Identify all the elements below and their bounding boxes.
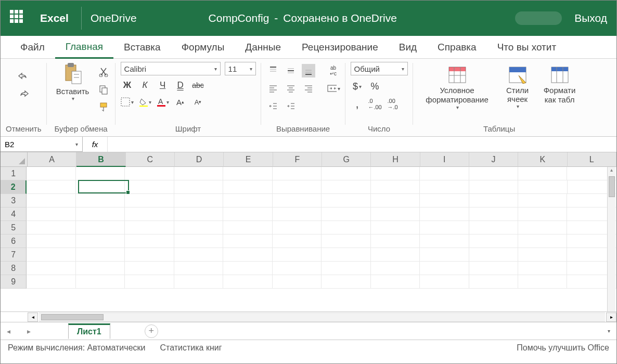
row-header[interactable]: 9 xyxy=(1,275,27,289)
increase-indent-button[interactable] xyxy=(284,99,298,113)
increase-font-button[interactable]: А▴ xyxy=(174,95,187,109)
sheet-tab[interactable]: Лист1 xyxy=(68,323,110,339)
redo-button[interactable] xyxy=(17,87,30,100)
cell[interactable] xyxy=(518,207,567,221)
tab-insert[interactable]: Вставка xyxy=(113,36,171,58)
conditional-formatting-button[interactable]: Условное форматирование▾ xyxy=(418,66,496,110)
comma-style-button[interactable]: , xyxy=(351,97,364,111)
cell[interactable] xyxy=(27,275,75,289)
row-header[interactable]: 5 xyxy=(1,221,27,235)
cell[interactable] xyxy=(76,207,125,221)
column-header[interactable]: G xyxy=(322,152,371,167)
cell[interactable] xyxy=(518,275,567,289)
chevron-down-icon[interactable]: ▾ xyxy=(608,328,610,334)
cell[interactable] xyxy=(371,167,420,180)
cell[interactable] xyxy=(469,167,518,180)
cell[interactable] xyxy=(420,275,469,289)
cell[interactable] xyxy=(371,180,420,194)
decrease-indent-button[interactable] xyxy=(266,99,280,113)
cell[interactable] xyxy=(174,194,223,207)
align-left-button[interactable] xyxy=(266,82,280,95)
name-box[interactable]: B2▾ xyxy=(1,137,83,152)
cell[interactable] xyxy=(223,221,272,235)
cell[interactable] xyxy=(223,167,272,180)
cell[interactable] xyxy=(322,207,370,221)
undo-button[interactable] xyxy=(17,69,30,83)
cell[interactable] xyxy=(223,235,272,248)
cell[interactable] xyxy=(76,221,125,235)
cell[interactable] xyxy=(76,248,125,262)
align-bottom-button[interactable] xyxy=(302,64,315,77)
cell[interactable] xyxy=(371,235,420,248)
cell[interactable] xyxy=(518,221,567,235)
cell[interactable] xyxy=(273,248,322,262)
column-header[interactable]: F xyxy=(273,152,322,167)
column-header[interactable]: H xyxy=(371,152,420,167)
row-header[interactable]: 7 xyxy=(1,248,27,262)
cell[interactable] xyxy=(469,221,518,235)
cell[interactable] xyxy=(371,262,420,275)
cell[interactable] xyxy=(76,275,125,289)
decrease-decimal-button[interactable]: .00→.0 xyxy=(386,97,400,111)
cell[interactable] xyxy=(518,194,567,207)
vertical-scrollbar[interactable]: ▴ xyxy=(607,167,615,311)
user-account[interactable] xyxy=(515,11,562,25)
scroll-left-icon[interactable]: ◂ xyxy=(28,313,38,322)
cell[interactable] xyxy=(273,235,322,248)
workbook-stats-button[interactable]: Статистика книг xyxy=(160,343,222,353)
cell[interactable] xyxy=(518,180,567,194)
cell[interactable] xyxy=(27,262,75,275)
column-header[interactable]: K xyxy=(518,152,567,167)
cell[interactable] xyxy=(420,248,469,262)
cell[interactable] xyxy=(469,207,518,221)
cell[interactable] xyxy=(469,275,518,289)
cell[interactable] xyxy=(273,207,322,221)
cell[interactable] xyxy=(420,207,469,221)
tab-data[interactable]: Данные xyxy=(235,36,291,58)
cell[interactable] xyxy=(371,248,420,262)
cell[interactable] xyxy=(76,262,125,275)
cell[interactable] xyxy=(469,262,518,275)
wrap-text-button[interactable]: ab↵c xyxy=(327,64,340,77)
tab-review[interactable]: Рецензирование xyxy=(291,36,389,58)
cell[interactable] xyxy=(223,248,272,262)
calc-mode-status[interactable]: Режим вычисления: Автоматически xyxy=(8,343,145,353)
cell[interactable] xyxy=(518,235,567,248)
column-header[interactable]: I xyxy=(420,152,469,167)
cell[interactable] xyxy=(322,180,370,194)
copy-button[interactable] xyxy=(97,83,110,96)
cell[interactable] xyxy=(273,194,322,207)
strikethrough-button[interactable]: abc xyxy=(191,79,205,92)
cell[interactable] xyxy=(469,180,518,194)
row-header[interactable]: 8 xyxy=(1,262,27,275)
cell[interactable] xyxy=(273,262,322,275)
column-header[interactable]: A xyxy=(28,152,76,167)
cell[interactable] xyxy=(174,167,223,180)
spreadsheet-grid[interactable]: ABCDEFGHIJKL 123456789 ▴ xyxy=(1,152,616,311)
cell[interactable] xyxy=(469,235,518,248)
cell[interactable] xyxy=(469,194,518,207)
tab-view[interactable]: Вид xyxy=(389,36,427,58)
row-header[interactable]: 3 xyxy=(1,194,27,207)
tab-formulas[interactable]: Формулы xyxy=(171,36,235,58)
cell[interactable] xyxy=(322,194,370,207)
cell[interactable] xyxy=(27,207,75,221)
column-header[interactable]: J xyxy=(469,152,518,167)
cell[interactable] xyxy=(27,167,75,180)
cell[interactable] xyxy=(322,248,370,262)
cell[interactable] xyxy=(322,221,370,235)
row-header[interactable]: 1 xyxy=(1,167,27,180)
fill-color-button[interactable]: ▾ xyxy=(138,95,152,109)
cell[interactable] xyxy=(76,235,125,248)
align-middle-button[interactable] xyxy=(284,64,298,77)
align-top-button[interactable] xyxy=(266,64,280,77)
cell[interactable] xyxy=(273,167,322,180)
bold-button[interactable]: Ж xyxy=(121,79,134,92)
align-center-button[interactable] xyxy=(284,82,298,95)
cell[interactable] xyxy=(420,194,469,207)
cell[interactable] xyxy=(223,180,272,194)
underline-button[interactable]: Ч xyxy=(156,79,170,92)
cell[interactable] xyxy=(223,194,272,207)
cell[interactable] xyxy=(174,262,223,275)
sheet-nav-arrows[interactable]: ◂▸ xyxy=(7,327,31,335)
